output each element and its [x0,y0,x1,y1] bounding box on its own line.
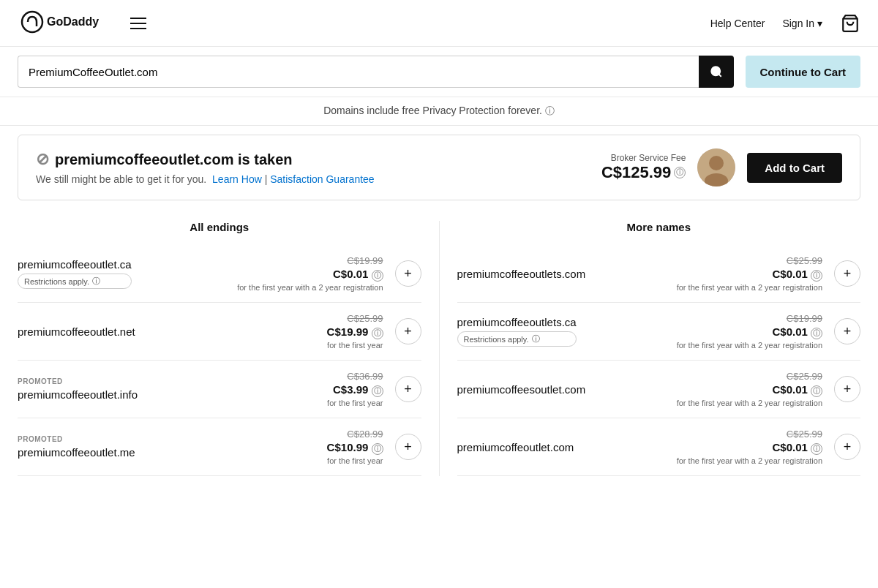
domain-name: premiumcoffeeoutlets.ca [457,316,577,328]
add-to-cart-button[interactable]: Add to Cart [747,153,842,183]
taken-subtitle: We still might be able to get it for you… [36,173,375,185]
domain-left: premiumcoffeeoutlet.ca Restrictions appl… [18,258,132,289]
svg-line-5 [718,74,721,76]
restrictions-badge[interactable]: Restrictions apply. ⓘ [457,331,577,347]
privacy-notice: Domains include free Privacy Protection … [0,97,878,126]
domain-left: premiumcoffeoutlet.com [457,441,574,453]
more-names-column: More names premiumcoffeeoutlets.com C$25… [457,221,861,476]
new-price: C$0.01 ⓘ [772,325,822,339]
header-right: Help Center Sign In ▾ [710,13,860,34]
old-price: C$28.99 [347,429,383,440]
price-info-icon[interactable]: ⓘ [372,328,383,339]
restrictions-badge[interactable]: Restrictions apply. ⓘ [18,274,132,289]
domain-pricing: C$25.99 C$0.01 ⓘ for the first year with… [677,255,822,292]
add-domain-button[interactable]: + [395,260,421,287]
price-note: for the first year with a 2 year registr… [677,456,822,465]
taken-domain-banner: ⊘ premiumcoffeeoutlet.com is taken We st… [18,135,860,200]
add-domain-button[interactable]: + [834,376,860,402]
add-domain-button[interactable]: + [395,376,421,402]
domain-left: PROMOTED premiumcoffeeoutlet.me [18,435,135,459]
domain-pricing: C$25.99 C$0.01 ⓘ for the first year with… [677,429,822,465]
domain-right: C$25.99 C$0.01 ⓘ for the first year with… [677,429,860,465]
price-info-icon[interactable]: ⓘ [811,385,822,397]
domain-pricing: C$28.99 C$10.99 ⓘ for the first year [327,429,383,465]
help-center-link[interactable]: Help Center [710,18,765,29]
domain-name: premiumcoffeeoutlet.me [18,446,135,459]
domain-left: premiumcoffeesoutlet.com [457,383,586,396]
promoted-label: PROMOTED [18,435,135,443]
new-price: C$0.01 ⓘ [333,268,383,282]
add-domain-button[interactable]: + [834,434,860,460]
table-row: premiumcoffeesoutlet.com C$25.99 C$0.01 … [457,361,861,418]
domain-right: C$25.99 C$19.99 ⓘ for the first year + [327,313,421,350]
domain-left: premiumcoffeeoutlets.com [457,268,586,280]
new-price: C$10.99 ⓘ [327,441,383,455]
domain-name: premiumcoffeeoutlets.com [457,268,586,280]
sign-in-button[interactable]: Sign In ▾ [782,18,822,29]
domain-pricing: C$25.99 C$19.99 ⓘ for the first year [327,313,383,350]
price-info-icon[interactable]: ⓘ [372,270,383,282]
broker-price-info-icon[interactable]: ⓘ [674,167,686,178]
taken-banner-left: ⊘ premiumcoffeeoutlet.com is taken We st… [36,150,375,185]
domain-right: C$19.99 C$0.01 ⓘ for the first year with… [677,313,860,350]
add-domain-button[interactable]: + [395,434,421,460]
search-bar: Continue to Cart [0,47,878,97]
domain-pricing: C$19.99 C$0.01 ⓘ for the first year with… [237,255,383,292]
domain-name: premiumcoffeesoutlet.com [457,383,586,396]
table-row: premiumcoffeoutlet.com C$25.99 C$0.01 ⓘ … [457,418,861,476]
all-endings-header: All endings [18,221,421,233]
chevron-down-icon: ▾ [817,18,822,29]
svg-text:GoDaddy: GoDaddy [47,15,99,28]
godaddy-logo[interactable]: GoDaddy [18,7,113,39]
domain-name: premiumcoffeeoutlet.ca [18,258,132,271]
old-price: C$25.99 [347,313,383,324]
price-note: for the first year with a 2 year registr… [237,283,383,292]
price-info-icon[interactable]: ⓘ [372,385,383,397]
svg-point-4 [711,67,720,75]
satisfaction-guarantee-link[interactable]: Satisfaction Guarantee [270,173,374,185]
new-price: C$3.99 ⓘ [333,383,383,397]
new-price: C$0.01 ⓘ [772,383,822,397]
table-row: premiumcoffeeoutlets.ca Restrictions app… [457,303,861,361]
search-input[interactable] [18,56,699,88]
price-info-icon[interactable]: ⓘ [811,328,822,339]
privacy-info-icon[interactable]: ⓘ [545,105,555,116]
add-domain-button[interactable]: + [834,260,860,287]
price-note: for the first year [327,341,383,350]
continue-to-cart-button[interactable]: Continue to Cart [746,56,861,88]
domain-name: premiumcoffeeoutlet.info [18,388,138,401]
domain-right: C$19.99 C$0.01 ⓘ for the first year with… [237,255,421,292]
header: GoDaddy Help Center Sign In ▾ [0,0,878,47]
add-domain-button[interactable]: + [834,318,860,344]
domain-left: premiumcoffeeoutlet.net [18,325,135,338]
domain-right: C$28.99 C$10.99 ⓘ for the first year + [327,429,421,465]
add-domain-button[interactable]: + [395,318,421,344]
domain-right: C$25.99 C$0.01 ⓘ for the first year with… [677,255,860,292]
restrictions-info-icon: ⓘ [532,333,540,344]
svg-point-7 [709,156,724,170]
promoted-label: PROMOTED [18,377,138,385]
domain-right: C$25.99 C$0.01 ⓘ for the first year with… [677,371,860,407]
old-price: C$25.99 [787,429,822,440]
table-row: PROMOTED premiumcoffeeoutlet.me C$28.99 … [18,418,421,476]
price-info-icon[interactable]: ⓘ [811,270,822,282]
new-price: C$0.01 ⓘ [772,441,822,455]
broker-avatar [697,148,735,186]
old-price: C$19.99 [787,313,822,324]
learn-how-link[interactable]: Learn How [212,173,262,185]
price-info-icon[interactable]: ⓘ [811,443,822,455]
price-note: for the first year with a 2 year registr… [677,341,822,350]
search-button[interactable] [699,56,734,88]
domain-name: premiumcoffeeoutlet.net [18,325,135,338]
price-note: for the first year [327,399,383,407]
table-row: premiumcoffeeoutlet.net C$25.99 C$19.99 … [18,303,421,361]
price-note: for the first year with a 2 year registr… [677,283,822,292]
price-info-icon[interactable]: ⓘ [372,443,383,455]
column-divider [439,221,440,476]
main-content: All endings premiumcoffeeoutlet.ca Restr… [0,209,878,476]
cart-button[interactable] [840,13,860,34]
taken-banner-right: Broker Service Fee C$125.99 ⓘ Add to Car… [601,148,842,186]
hamburger-menu[interactable] [127,15,149,32]
taken-domain-text: premiumcoffeeoutlet.com is taken [55,151,293,168]
header-left: GoDaddy [18,7,149,39]
